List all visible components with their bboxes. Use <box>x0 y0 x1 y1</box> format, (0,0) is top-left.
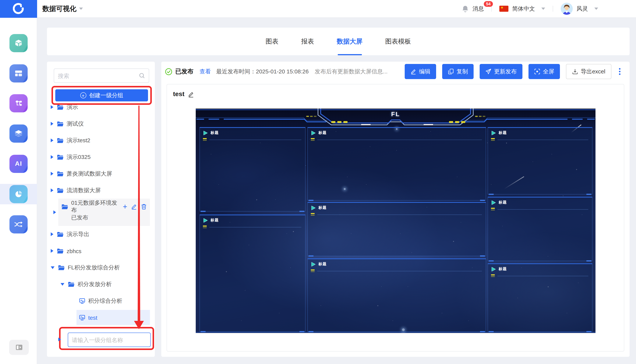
topbar: 数据可视化 消息 54 ★ 简体中文 <box>0 0 636 18</box>
export-excel-button[interactable]: 导出excel <box>566 64 611 79</box>
copy-button[interactable]: 复制 <box>442 64 474 79</box>
tree-item-演示test2[interactable]: 演示test2 <box>47 132 155 149</box>
tree-item-FL积分发放综合分析[interactable]: FL积分发放综合分析 <box>47 259 155 276</box>
tree-item-积分发放分析[interactable]: 积分发放分析 <box>47 276 155 292</box>
edit-button[interactable]: 编辑 <box>405 64 436 79</box>
rail-item-layers[interactable] <box>0 123 37 144</box>
collapse-sidebar-button[interactable] <box>9 340 29 355</box>
toolbar: 编辑 复制 更新发布 <box>405 64 622 79</box>
flowchart-icon <box>14 99 23 108</box>
tree-caret-icon[interactable] <box>61 283 64 286</box>
new-group-name-input[interactable] <box>68 332 151 347</box>
export-icon <box>572 68 578 74</box>
more-actions-button[interactable] <box>617 66 622 76</box>
add-subgroup-icon[interactable]: + <box>123 203 127 210</box>
dashboard-preview[interactable]: FL 标题 标题 标题 标题 标题 标题 标题 标题 <box>196 108 595 333</box>
group-panel: 演示 测试仪 演示test2 演示0325 萧炎测试数据大屏 流清数据大屏 01… <box>47 62 155 357</box>
chevron-down-icon[interactable] <box>594 8 598 10</box>
tab-charts[interactable]: 图表 <box>266 28 278 55</box>
rail-item-layout[interactable] <box>0 63 37 84</box>
messages-label[interactable]: 消息 <box>472 5 484 12</box>
panel-title: 标题 <box>318 130 327 136</box>
tree-item-演示0325[interactable]: 演示0325 <box>47 149 155 165</box>
panel-title: 标题 <box>318 205 327 210</box>
app-logo[interactable] <box>0 0 37 18</box>
rail-item-data-visualization[interactable] <box>0 184 37 204</box>
pie-chart-icon <box>14 190 23 199</box>
tree-caret-icon <box>58 338 61 341</box>
tree-item-测试仪[interactable]: 测试仪 <box>47 116 155 132</box>
bell-icon[interactable] <box>462 5 469 12</box>
folder-icon <box>57 138 64 143</box>
create-group-button[interactable]: + 创建一级分组 <box>55 89 148 102</box>
main-panel: 已发布 查看 最近发布时间：2025-01-20 15:08:26 发布后有更新… <box>161 62 629 357</box>
search-input[interactable] <box>58 72 139 79</box>
tree-caret-icon[interactable] <box>51 266 55 269</box>
publish-time: 最近发布时间：2025-01-20 15:08:26 <box>216 68 309 75</box>
status-bar: 已发布 查看 最近发布时间：2025-01-20 15:08:26 发布后有更新… <box>161 62 629 78</box>
tree-item-label: 演示test2 <box>67 137 90 144</box>
tree-caret-icon[interactable] <box>51 249 53 253</box>
tree-caret-icon[interactable] <box>51 232 53 236</box>
dashboard-panel-2: 标题 <box>200 214 306 332</box>
rename-icon[interactable] <box>188 91 194 98</box>
update-publish-button[interactable]: 更新发布 <box>480 64 522 79</box>
fullscreen-button[interactable]: 全屏 <box>528 64 560 79</box>
messages-entry[interactable]: 消息 54 <box>472 5 484 12</box>
tree: 演示 测试仪 演示test2 演示0325 萧炎测试数据大屏 流清数据大屏 01… <box>47 99 155 326</box>
language-selector[interactable]: 简体中文 <box>512 5 535 12</box>
tree-caret-icon[interactable] <box>53 210 56 214</box>
tree-item-label: 积分综合分析 <box>88 297 122 304</box>
avatar[interactable] <box>561 3 573 15</box>
panel-title: 标题 <box>211 218 219 223</box>
messages-badge: 54 <box>484 1 493 6</box>
tree-item-test[interactable]: test <box>47 309 155 326</box>
tree-item-萧炎测试数据大屏[interactable]: 萧炎测试数据大屏 <box>47 165 155 182</box>
tree-caret-icon[interactable] <box>51 155 53 159</box>
tree-caret-icon[interactable] <box>51 105 53 109</box>
folder-icon <box>61 204 68 210</box>
tabs: 图表 报表 数据大屏 图表模板 <box>47 28 629 55</box>
tree-caret-icon[interactable] <box>51 172 53 176</box>
delete-group-icon[interactable] <box>141 204 147 210</box>
tree-caret-icon[interactable] <box>51 188 53 192</box>
tree-item-label: test <box>88 314 97 321</box>
view-link[interactable]: 查看 <box>200 68 211 75</box>
dashboard-panel-5: 标题 <box>307 258 486 332</box>
tabs-card: 图表 报表 数据大屏 图表模板 <box>47 28 629 55</box>
rail-item-ai[interactable]: AI <box>0 154 37 174</box>
search-box[interactable] <box>54 68 149 83</box>
username[interactable]: 风灵 <box>576 5 588 12</box>
tab-chart-templates[interactable]: 图表模板 <box>385 28 411 55</box>
folder-icon <box>68 281 75 287</box>
screen-title: test <box>173 90 184 98</box>
search-icon[interactable] <box>139 73 145 79</box>
tree-item-zbhcs[interactable]: zbhcs <box>47 242 155 259</box>
tab-reports[interactable]: 报表 <box>301 28 314 55</box>
tab-data-screen[interactable]: 数据大屏 <box>337 28 362 55</box>
tree-item-演示导出[interactable]: 演示导出 <box>47 226 155 242</box>
dashboard-panel-4: 标题 <box>307 202 486 256</box>
tree-item-流清数据大屏[interactable]: 流清数据大屏 <box>47 182 155 199</box>
rail-item-cube[interactable] <box>0 33 37 53</box>
data-visualization-app: 数据可视化 消息 54 ★ 简体中文 <box>0 0 636 364</box>
rail-item-flowchart[interactable] <box>0 93 37 114</box>
dashboard-bottom-line <box>196 332 595 332</box>
rail-item-shuffle[interactable] <box>0 214 37 234</box>
chevron-down-icon[interactable] <box>541 8 545 10</box>
tree-item-积分综合分析[interactable]: 积分综合分析 <box>47 292 155 309</box>
edit-group-icon[interactable] <box>131 204 137 210</box>
tree-caret-icon[interactable] <box>51 122 53 126</box>
folder-icon <box>57 154 64 160</box>
tree-item-01元数据多环境发布[interactable]: 01元数据多环境发布 + 已发布 <box>47 199 155 226</box>
folder-icon <box>57 104 64 110</box>
play-icon <box>311 130 316 135</box>
play-icon <box>491 200 496 205</box>
dashboard-panel-1: 标题 <box>200 127 306 212</box>
folder-icon <box>57 121 64 126</box>
panel-title: 标题 <box>499 266 507 272</box>
tree-caret-icon[interactable] <box>51 138 53 142</box>
panel-title: 标题 <box>211 130 219 136</box>
tree-item-label: 流清数据大屏 <box>67 187 101 194</box>
chevron-down-icon[interactable] <box>79 8 83 10</box>
